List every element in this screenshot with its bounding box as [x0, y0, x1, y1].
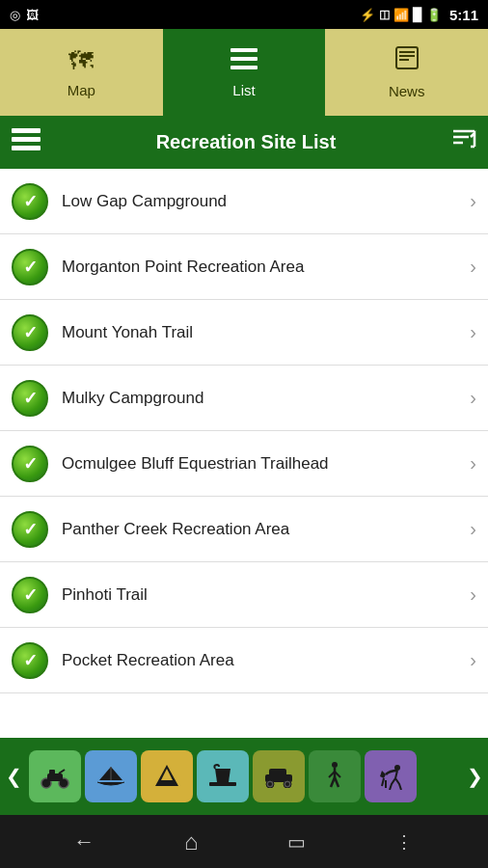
list-item[interactable]: Ocmulgee Bluff Equestrian Trailhead › — [0, 431, 488, 497]
svg-rect-0 — [230, 48, 258, 52]
svg-rect-2 — [230, 66, 258, 69]
status-right-icons: ⚡ ◫ 📶 ▉ 🔋 5:11 — [360, 7, 478, 23]
toolbar-left-arrow[interactable]: ❮ — [0, 738, 27, 815]
tab-bar: 🗺 Map List News — [0, 29, 488, 116]
status-bar: ◎ 🖼 ⚡ ◫ 📶 ▉ 🔋 5:11 — [0, 0, 488, 29]
page-title: Recreation Site List — [156, 131, 337, 153]
back-button[interactable]: ← — [73, 829, 95, 854]
battery-icon: 🔋 — [426, 8, 442, 22]
chevron-icon-1: › — [470, 190, 476, 212]
news-icon — [394, 45, 420, 77]
signal-icon: ▉ — [413, 8, 422, 22]
check-icon-6 — [12, 511, 48, 548]
list-item[interactable]: Pocket Recreation Area › — [0, 628, 488, 693]
wifi-icon: 📶 — [393, 8, 409, 22]
chevron-icon-2: › — [470, 256, 476, 278]
list-item[interactable]: Panther Creek Recreation Area › — [0, 497, 488, 562]
list-item[interactable]: Mount Yonah Trail › — [0, 300, 488, 366]
list-item[interactable]: Morganton Point Recreation Area › — [0, 234, 488, 300]
circle-icon: ◎ — [10, 8, 20, 22]
check-icon-3 — [12, 314, 48, 351]
header: Recreation Site List — [0, 116, 488, 169]
check-icon-2 — [12, 249, 48, 285]
tab-news-label: News — [389, 83, 425, 99]
list-item[interactable]: Low Gap Campground › — [0, 169, 488, 234]
item-label-6: Panther Creek Recreation Area — [62, 520, 470, 539]
item-label-8: Pocket Recreation Area — [62, 651, 470, 670]
toolbar-item-atv[interactable] — [29, 750, 81, 802]
recent-button[interactable]: ▭ — [287, 830, 306, 854]
chevron-icon-8: › — [470, 649, 476, 671]
toolbar-item-hiking[interactable] — [309, 750, 361, 802]
check-icon-1 — [12, 183, 48, 220]
svg-point-28 — [332, 762, 338, 768]
item-label-7: Pinhoti Trail — [62, 585, 470, 605]
toolbar-item-equestrian[interactable] — [365, 750, 417, 802]
chevron-icon-4: › — [470, 387, 476, 409]
toolbar-item-fishing[interactable] — [197, 750, 249, 802]
image-icon: 🖼 — [26, 8, 39, 22]
toolbar-item-camping[interactable] — [141, 750, 193, 802]
svg-rect-9 — [12, 146, 41, 150]
svg-rect-3 — [396, 47, 418, 68]
chevron-icon-3: › — [470, 321, 476, 343]
list-item[interactable]: Pinhoti Trail › — [0, 562, 488, 628]
item-label-1: Low Gap Campground — [62, 192, 470, 211]
svg-rect-20 — [163, 780, 171, 786]
item-label-2: Morganton Point Recreation Area — [62, 258, 470, 277]
check-icon-4 — [12, 380, 48, 417]
sim-icon: ◫ — [379, 8, 390, 21]
check-icon-8 — [12, 642, 48, 679]
svg-point-25 — [268, 782, 272, 786]
toolbar-items — [27, 745, 461, 808]
tab-list-label: List — [232, 82, 255, 98]
svg-rect-4 — [399, 51, 415, 53]
svg-rect-17 — [49, 770, 55, 775]
svg-rect-23 — [269, 769, 286, 776]
svg-line-33 — [335, 777, 339, 787]
layers-icon — [12, 128, 41, 157]
svg-line-18 — [59, 770, 65, 773]
tab-news[interactable]: News — [325, 29, 488, 116]
sort-icon[interactable] — [451, 127, 476, 158]
svg-rect-5 — [399, 55, 415, 57]
tab-list[interactable]: List — [163, 29, 326, 116]
svg-point-27 — [285, 782, 289, 786]
bottom-toolbar: ❮ — [0, 738, 488, 815]
svg-rect-6 — [399, 59, 409, 61]
item-label-5: Ocmulgee Bluff Equestrian Trailhead — [62, 454, 470, 474]
bluetooth-icon: ⚡ — [360, 8, 375, 22]
toolbar-right-arrow[interactable]: ❯ — [461, 738, 488, 815]
list-container: Low Gap Campground › Morganton Point Rec… — [0, 169, 488, 738]
chevron-icon-7: › — [470, 583, 476, 606]
tab-map[interactable]: 🗺 Map — [0, 29, 163, 116]
svg-rect-21 — [209, 782, 236, 786]
more-button[interactable]: ⋮ — [395, 831, 415, 853]
map-icon: 🗺 — [68, 46, 94, 76]
item-label-4: Mulky Campground — [62, 389, 470, 408]
chevron-icon-5: › — [470, 452, 476, 475]
tab-map-label: Map — [68, 82, 95, 98]
toolbar-item-boat[interactable] — [85, 750, 137, 802]
check-icon-5 — [12, 446, 48, 482]
home-button[interactable]: ⌂ — [184, 828, 199, 855]
list-item[interactable]: Mulky Campground › — [0, 366, 488, 431]
clock: 5:11 — [449, 7, 478, 23]
list-icon — [230, 46, 258, 76]
svg-rect-8 — [12, 137, 41, 142]
svg-rect-7 — [12, 128, 41, 133]
status-left-icons: ◎ 🖼 — [10, 8, 39, 22]
check-icon-7 — [12, 577, 48, 613]
svg-line-35 — [382, 778, 384, 786]
nav-bar: ← ⌂ ▭ ⋮ — [0, 815, 488, 868]
toolbar-item-offroad[interactable] — [253, 750, 305, 802]
content-area: 🗺 Map List News — [0, 29, 488, 868]
svg-rect-1 — [230, 57, 258, 61]
chevron-icon-6: › — [470, 518, 476, 540]
item-label-3: Mount Yonah Trail — [62, 323, 470, 342]
